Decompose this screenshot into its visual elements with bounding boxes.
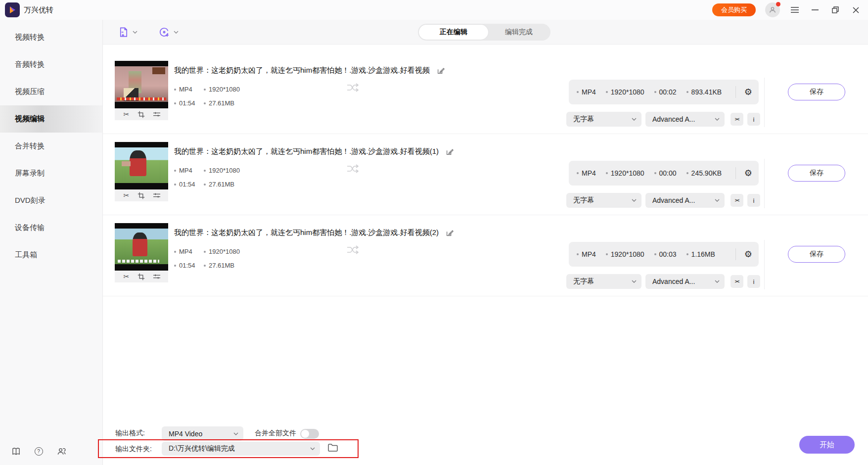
main-area: 正在编辑 编辑完成 ✂: [103, 20, 868, 465]
titlebar-controls: 会员购买: [712, 0, 861, 20]
save-button[interactable]: 保存: [788, 165, 845, 182]
info-icon[interactable]: i: [747, 113, 760, 126]
edit-title-icon[interactable]: [437, 67, 445, 75]
compare-icon[interactable]: ><: [731, 113, 743, 126]
effects-icon[interactable]: [152, 110, 161, 119]
toolbar: 正在编辑 编辑完成: [103, 20, 868, 45]
out-format: MP4: [582, 88, 596, 96]
account-avatar[interactable]: [765, 2, 780, 17]
chevron-down-icon: [632, 280, 637, 283]
bullet-dot: [606, 91, 608, 93]
crop-icon[interactable]: [137, 272, 146, 281]
notification-dot: [776, 2, 780, 6]
app-logo-icon: [5, 2, 20, 17]
subtitle-dropdown[interactable]: 无字幕: [566, 274, 641, 289]
settings-gear-icon[interactable]: ⚙: [744, 169, 752, 178]
output-format-dropdown[interactable]: MP4 Video: [162, 426, 243, 441]
effects-icon[interactable]: [152, 272, 161, 281]
bullet-dot: [174, 170, 176, 172]
subtitle-value: 无字幕: [573, 277, 594, 286]
video-thumbnail: [115, 61, 168, 108]
sidebar-item-merge-convert[interactable]: 合并转换: [0, 133, 102, 160]
output-folder-highlight: 输出文件夹: D:\万兴优转\编辑完成: [98, 439, 359, 458]
sidebar-item-screen-record[interactable]: 屏幕录制: [0, 160, 102, 187]
thumbnail-scene: [115, 229, 168, 264]
crop-icon[interactable]: [137, 110, 146, 119]
audio-dropdown[interactable]: Advanced A...: [645, 274, 725, 289]
merge-all-toggle[interactable]: [300, 429, 319, 439]
compare-icon[interactable]: ><: [731, 194, 743, 207]
settings-gear-icon[interactable]: ⚙: [744, 88, 752, 96]
subtitle-value: 无字幕: [573, 115, 594, 124]
divider: [735, 86, 736, 98]
sidebar-item-label: 工具箱: [15, 250, 37, 260]
sidebar-item-toolbox[interactable]: 工具箱: [0, 241, 102, 269]
open-folder-icon[interactable]: [327, 443, 338, 452]
subtitle-dropdown[interactable]: 无字幕: [566, 193, 641, 208]
add-file-button[interactable]: [118, 26, 137, 38]
tab-editing[interactable]: 正在编辑: [419, 25, 488, 40]
out-resolution: 1920*1080: [611, 88, 644, 96]
output-controls: 无字幕 Advanced A... >< i: [566, 274, 760, 289]
trim-icon[interactable]: ✂: [122, 191, 131, 200]
close-icon[interactable]: [850, 4, 861, 15]
app-window: 万兴优转 会员购买: [0, 0, 868, 465]
info-icon[interactable]: i: [747, 194, 760, 207]
sidebar-item-device-transfer[interactable]: 设备传输: [0, 214, 102, 241]
audio-dropdown[interactable]: Advanced A...: [645, 193, 725, 208]
audio-dropdown[interactable]: Advanced A...: [645, 112, 725, 127]
bullet-dot: [654, 253, 656, 255]
crop-icon[interactable]: [137, 191, 146, 200]
settings-gear-icon[interactable]: ⚙: [744, 250, 752, 259]
transfer-arrows-icon: [346, 82, 360, 93]
thumbnail-toolbar: ✂: [115, 271, 168, 282]
trim-icon[interactable]: ✂: [122, 272, 131, 281]
output-controls: 无字幕 Advanced A... >< i: [566, 112, 760, 127]
toggle-knob: [301, 430, 309, 438]
sidebar-item-video-edit[interactable]: 视频编辑: [0, 105, 102, 133]
bullet-dot: [174, 265, 176, 267]
bullet-dot: [606, 253, 608, 255]
info-icon[interactable]: i: [747, 275, 760, 288]
bullet-dot: [174, 89, 176, 91]
sidebar-item-audio-convert[interactable]: 音频转换: [0, 51, 102, 78]
output-info: MP4 1920*1080 00:03 1.16MB ⚙: [569, 242, 759, 267]
save-button[interactable]: 保存: [788, 84, 845, 100]
sidebar-item-label: 屏幕录制: [15, 169, 45, 178]
out-duration: 00:03: [659, 250, 677, 258]
effects-icon[interactable]: [152, 191, 161, 200]
sidebar-item-dvd-burn[interactable]: DVD刻录: [0, 187, 102, 214]
sidebar-item-video-compress[interactable]: 视频压缩: [0, 78, 102, 105]
start-button[interactable]: 开始: [799, 436, 855, 454]
edit-title-icon[interactable]: [446, 229, 454, 237]
video-title: 我的世界：这老奶奶太凶了，就连乞丐him都害怕她！.游戏.沙盒游戏.好看视频: [174, 66, 430, 75]
audio-value: Advanced A...: [652, 196, 695, 204]
restore-icon[interactable]: [830, 4, 841, 15]
tab-finished[interactable]: 编辑完成: [488, 25, 549, 40]
compare-icon[interactable]: ><: [731, 275, 743, 288]
subtitle-dropdown[interactable]: 无字幕: [566, 112, 641, 127]
add-dvd-button[interactable]: [158, 26, 179, 38]
menu-icon[interactable]: [789, 4, 800, 15]
src-duration: 01:54: [179, 99, 195, 107]
thumbnail-scene: [115, 147, 168, 183]
output-folder-dropdown[interactable]: D:\万兴优转\编辑完成: [162, 442, 320, 456]
sidebar-item-video-convert[interactable]: 视频转换: [0, 24, 102, 51]
chevron-down-icon: [233, 432, 238, 435]
minimize-icon[interactable]: [810, 4, 821, 15]
save-button[interactable]: 保存: [788, 246, 845, 263]
video-info: 我的世界：这老奶奶太凶了，就连乞丐him都害怕她！.游戏.沙盒游戏.好看视频 M…: [174, 66, 445, 107]
thumbnail-toolbar: ✂: [115, 108, 168, 120]
chevron-down-icon: [715, 280, 720, 283]
bullet-dot: [606, 172, 608, 174]
bullet-dot: [577, 91, 579, 93]
trim-icon[interactable]: ✂: [122, 110, 131, 119]
subtitle-value: 无字幕: [573, 196, 594, 205]
bullet-dot: [654, 172, 656, 174]
divider: [735, 167, 736, 179]
membership-buy-button[interactable]: 会员购买: [712, 3, 756, 16]
sidebar-item-label: 视频转换: [15, 33, 45, 42]
edit-title-icon[interactable]: [446, 148, 454, 156]
src-format: MP4: [179, 248, 192, 255]
chevron-down-icon: [632, 199, 637, 202]
